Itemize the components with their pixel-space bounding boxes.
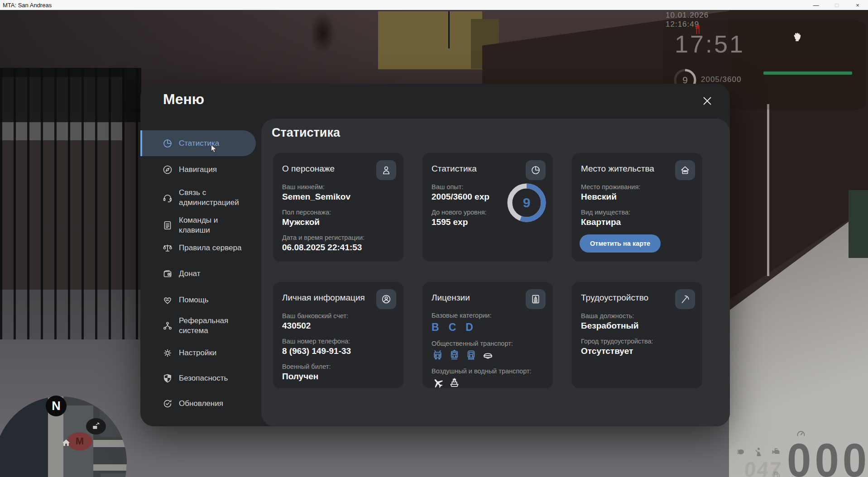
sidebar-item-help[interactable]: Помощь xyxy=(140,287,256,313)
pie-icon xyxy=(162,138,173,149)
sidebar-item-label: Навигация xyxy=(179,165,248,175)
sidebar-item-stats[interactable]: Статистика xyxy=(140,130,256,156)
field-value: 2005/3600 exp xyxy=(432,192,500,202)
field-value: Квартира xyxy=(581,217,693,227)
train-icon xyxy=(465,349,477,361)
card-stats: СтатистикаВаш опыт:2005/3600 expДо новог… xyxy=(422,153,553,262)
sidebar-item-admin-contact[interactable]: Связь с администрацией xyxy=(140,182,256,213)
card-employment: ТрудоустройствоВаша должность:Безработны… xyxy=(572,282,702,388)
minimize-button[interactable]: — xyxy=(806,0,826,10)
card-fields: Ваша должность:БезработныйГород трудоуст… xyxy=(581,305,693,356)
field-value: Безработный xyxy=(581,321,693,331)
license-groups: Базовые категории:BCDОбщественный трансп… xyxy=(432,305,546,389)
pickaxe-icon xyxy=(680,294,691,305)
license-letter-B: B xyxy=(432,321,439,334)
license-group-label: Базовые категории: xyxy=(432,312,546,319)
close-window-button[interactable]: × xyxy=(847,0,868,10)
sidebar-item-navigation[interactable]: Навигация xyxy=(140,157,256,182)
repair-badge xyxy=(86,418,106,434)
sidebar-item-donate[interactable]: Донат xyxy=(140,261,256,286)
card-fields: Ваш никнейм:Semen_SemikovПол персонажа:М… xyxy=(282,176,394,253)
shield-icon xyxy=(162,373,173,384)
field-value: 06.08.2025 22:41:53 xyxy=(282,243,394,253)
card-title: О персонаже xyxy=(282,164,335,174)
field-label: Место проживания: xyxy=(581,183,693,191)
field-value: 430502 xyxy=(282,321,394,331)
card-title: Статистика xyxy=(432,164,477,174)
field-label: Ваш никнейм: xyxy=(282,183,394,191)
field-label: Военный билет: xyxy=(282,363,394,370)
minimap-road-h2 xyxy=(93,464,127,471)
sidebar-item-settings[interactable]: Настройки xyxy=(140,340,256,366)
fuel-pump-icon xyxy=(772,470,782,477)
minimap-block3 xyxy=(101,473,127,477)
card-title: Место жительства xyxy=(581,164,654,174)
card-fields: Ваш банковский счет:430502Ваш номер теле… xyxy=(282,305,394,382)
headlight-icon xyxy=(736,446,747,458)
license-letter-C: C xyxy=(449,321,456,334)
content-heading: Статистика xyxy=(272,126,340,140)
field-label: Ваш банковский счет: xyxy=(282,312,394,320)
exp-text: 2005/3600 xyxy=(701,75,741,84)
sidebar-item-label: Связь с администрацией xyxy=(179,188,248,208)
yellow-building xyxy=(378,11,482,69)
card-character: О персонажеВаш никнейм:Semen_SemikovПол … xyxy=(273,153,403,262)
captain-cap-icon xyxy=(482,349,494,361)
seatbelt-icon xyxy=(753,446,764,458)
sidebar-item-server-rules[interactable]: Правила сервера xyxy=(140,235,256,261)
card-title: Трудоустройство xyxy=(581,293,648,303)
wallet-icon xyxy=(162,268,173,279)
health-bar xyxy=(763,72,852,75)
sidebar-item-updates[interactable]: Обновления xyxy=(140,391,256,416)
field-label: Вид имущества: xyxy=(581,209,693,216)
trolleybus-icon xyxy=(432,349,444,361)
window-title: MTA: San Andreas xyxy=(0,2,806,9)
sidebar-item-label: Помощь xyxy=(179,295,248,305)
pie-icon xyxy=(530,165,541,176)
sidebar-item-security[interactable]: Безопасность xyxy=(140,366,256,391)
menu-modal: Меню СтатистикаНавигацияСвязь с админист… xyxy=(140,84,730,426)
card-title: Личная информация xyxy=(282,293,365,303)
clock-text: 17:51 xyxy=(675,30,745,58)
menu-content: Статистика О персонажеВаш никнейм:Semen_… xyxy=(261,119,730,426)
license-group-label: Общественный транспорт: xyxy=(432,340,546,347)
sidebar-item-referral-system[interactable]: Реферальная система xyxy=(140,310,256,341)
field-label: До нового уровня: xyxy=(432,209,500,216)
field-value: 8 (963) 149-91-33 xyxy=(282,346,394,356)
field-value: Мужской xyxy=(282,217,394,227)
card-fields: Ваш опыт:2005/3600 expДо нового уровня:1… xyxy=(432,176,500,227)
mark-on-map-button[interactable]: Отметить на карте xyxy=(580,234,661,253)
close-menu-button[interactable] xyxy=(702,95,713,106)
sidebar-item-label: Реферальная система xyxy=(179,316,248,336)
list-doc-icon xyxy=(162,220,173,231)
engine-icon xyxy=(770,446,782,458)
house-marker-icon xyxy=(61,437,72,448)
sidebar-item-label: Команды и клавиши xyxy=(179,215,248,235)
field-label: Дата и время регистрации: xyxy=(282,234,394,241)
speed-value: 000 xyxy=(787,434,868,477)
sidebar-item-label: Безопасность xyxy=(179,373,248,383)
person-circle-icon xyxy=(381,294,392,305)
field-value: 1595 exp xyxy=(432,217,500,227)
maximize-button[interactable]: □ xyxy=(826,0,847,10)
fist-icon xyxy=(791,31,802,42)
screen: MTA: San Andreas — □ × 10.01.2026 12:16:… xyxy=(0,0,868,477)
wrench-icon xyxy=(91,421,101,431)
tree-silhouette xyxy=(311,13,335,53)
sidebar-item-label: Настройки xyxy=(179,348,248,358)
card-residence: Место жительстваМесто проживания:Невский… xyxy=(572,153,702,262)
license-icons xyxy=(432,377,546,389)
network-icon xyxy=(162,320,173,331)
home-icon xyxy=(680,165,691,176)
dumpster xyxy=(849,190,868,258)
sidebar-item-label: Обновления xyxy=(179,399,248,409)
compass-icon xyxy=(162,164,173,175)
field-value: Отсутствует xyxy=(581,346,693,356)
window-titlebar: MTA: San Andreas — □ × xyxy=(0,0,868,10)
card-personal-info: Личная информацияВаш банковский счет:430… xyxy=(273,282,403,388)
mouse-cursor xyxy=(209,144,219,155)
id-card-icon xyxy=(530,294,541,305)
ship-icon xyxy=(448,377,460,389)
field-label: Ваш номер телефона: xyxy=(282,338,394,345)
card-badge xyxy=(526,160,546,180)
